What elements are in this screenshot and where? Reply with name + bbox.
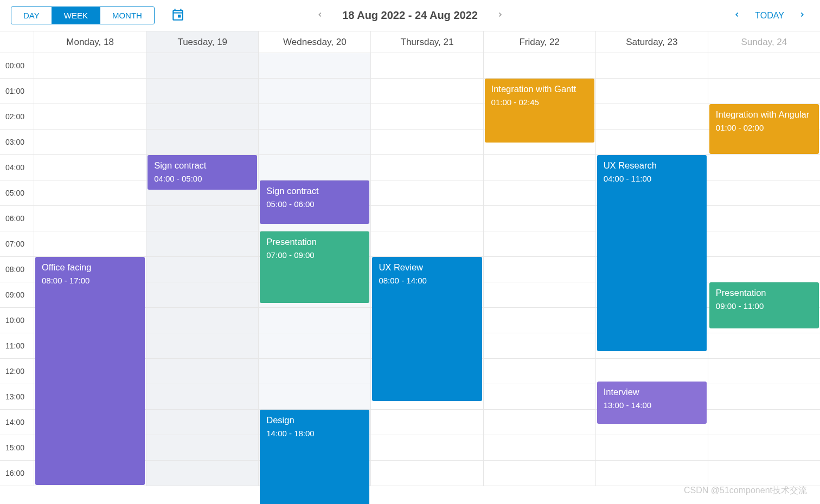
hour-cell[interactable] bbox=[596, 53, 708, 79]
hour-cell[interactable] bbox=[146, 410, 258, 435]
event[interactable]: UX Research04:00 - 11:00 bbox=[597, 155, 707, 351]
day-header[interactable]: Monday, 18 bbox=[34, 31, 146, 53]
day-header[interactable]: Thursday, 21 bbox=[370, 31, 483, 53]
hour-cell[interactable] bbox=[596, 435, 708, 461]
event[interactable]: Sign contract04:00 - 05:00 bbox=[148, 155, 257, 190]
hour-cell[interactable] bbox=[146, 257, 258, 282]
hour-cell[interactable] bbox=[484, 53, 595, 79]
hour-cell[interactable] bbox=[371, 155, 483, 180]
hour-cell[interactable] bbox=[484, 231, 595, 257]
hour-cell[interactable] bbox=[259, 384, 370, 410]
hour-cell[interactable] bbox=[146, 282, 258, 308]
next-range-button[interactable] bbox=[493, 8, 507, 24]
day-column[interactable]: Office facing08:00 - 17:00 bbox=[34, 53, 146, 486]
hour-cell[interactable] bbox=[34, 231, 146, 257]
hour-cell[interactable] bbox=[484, 282, 595, 308]
hour-cell[interactable] bbox=[484, 384, 595, 410]
hour-cell[interactable] bbox=[371, 206, 483, 231]
day-header[interactable]: Saturday, 23 bbox=[595, 31, 708, 53]
day-column[interactable]: UX Research04:00 - 11:00Interview13:00 -… bbox=[595, 53, 708, 486]
tab-day[interactable]: DAY bbox=[11, 7, 52, 24]
prev-week-button[interactable] bbox=[730, 8, 744, 24]
event[interactable]: Integration with Gantt01:00 - 02:45 bbox=[485, 79, 594, 143]
hour-cell[interactable] bbox=[708, 155, 820, 180]
event[interactable]: Integration with Angular01:00 - 02:00 bbox=[709, 104, 819, 154]
hour-cell[interactable] bbox=[708, 257, 820, 282]
hour-cell[interactable] bbox=[596, 130, 708, 155]
hour-cell[interactable] bbox=[371, 104, 483, 130]
hour-cell[interactable] bbox=[484, 435, 595, 461]
hour-cell[interactable] bbox=[596, 79, 708, 104]
hour-cell[interactable] bbox=[259, 79, 370, 104]
hour-cell[interactable] bbox=[146, 461, 258, 486]
hour-cell[interactable] bbox=[484, 180, 595, 206]
tab-month[interactable]: MONTH bbox=[100, 7, 154, 24]
hour-cell[interactable] bbox=[259, 333, 370, 359]
day-column[interactable]: Sign contract05:00 - 06:00Presentation07… bbox=[258, 53, 370, 486]
hour-cell[interactable] bbox=[146, 53, 258, 79]
hour-cell[interactable] bbox=[259, 308, 370, 333]
hour-cell[interactable] bbox=[371, 410, 483, 435]
event[interactable]: Design14:00 - 18:00 bbox=[260, 410, 369, 504]
hour-cell[interactable] bbox=[371, 435, 483, 461]
day-column[interactable]: Integration with Gantt01:00 - 02:45 bbox=[483, 53, 595, 486]
hour-cell[interactable] bbox=[34, 206, 146, 231]
hour-cell[interactable] bbox=[484, 206, 595, 231]
hour-cell[interactable] bbox=[484, 333, 595, 359]
day-header[interactable]: Sunday, 24 bbox=[708, 31, 820, 53]
day-column[interactable]: UX Review08:00 - 14:00 bbox=[370, 53, 483, 486]
day-column[interactable]: Sign contract04:00 - 05:00 bbox=[146, 53, 258, 486]
hour-cell[interactable] bbox=[708, 435, 820, 461]
hour-cell[interactable] bbox=[596, 104, 708, 130]
event[interactable]: Presentation09:00 - 11:00 bbox=[709, 282, 819, 328]
day-header[interactable]: Friday, 22 bbox=[483, 31, 595, 53]
hour-cell[interactable] bbox=[596, 461, 708, 486]
hour-cell[interactable] bbox=[708, 333, 820, 359]
calendar-icon[interactable] bbox=[171, 8, 185, 24]
hour-cell[interactable] bbox=[146, 333, 258, 359]
hour-cell[interactable] bbox=[259, 104, 370, 130]
hour-cell[interactable] bbox=[371, 79, 483, 104]
event[interactable]: Office facing08:00 - 17:00 bbox=[35, 257, 145, 485]
hour-cell[interactable] bbox=[34, 180, 146, 206]
hour-cell[interactable] bbox=[371, 231, 483, 257]
hour-cell[interactable] bbox=[34, 155, 146, 180]
hour-cell[interactable] bbox=[34, 104, 146, 130]
hour-cell[interactable] bbox=[259, 155, 370, 180]
next-week-button[interactable] bbox=[795, 8, 809, 24]
hour-cell[interactable] bbox=[484, 155, 595, 180]
prev-range-button[interactable] bbox=[313, 8, 327, 24]
hour-cell[interactable] bbox=[708, 461, 820, 486]
hour-cell[interactable] bbox=[146, 384, 258, 410]
day-header[interactable]: Wednesday, 20 bbox=[258, 31, 370, 53]
hour-cell[interactable] bbox=[34, 53, 146, 79]
hour-cell[interactable] bbox=[708, 206, 820, 231]
hour-cell[interactable] bbox=[371, 53, 483, 79]
hour-cell[interactable] bbox=[146, 308, 258, 333]
hour-cell[interactable] bbox=[371, 130, 483, 155]
day-header[interactable]: Tuesday, 19 bbox=[146, 31, 258, 53]
hour-cell[interactable] bbox=[146, 130, 258, 155]
hour-cell[interactable] bbox=[371, 461, 483, 486]
event[interactable]: Sign contract05:00 - 06:00 bbox=[260, 180, 369, 224]
hour-cell[interactable] bbox=[708, 180, 820, 206]
calendar-grid[interactable]: 00:0001:0002:0003:0004:0005:0006:0007:00… bbox=[0, 53, 820, 486]
hour-cell[interactable] bbox=[146, 206, 258, 231]
today-button[interactable]: TODAY bbox=[755, 11, 784, 21]
hour-cell[interactable] bbox=[371, 180, 483, 206]
hour-cell[interactable] bbox=[146, 231, 258, 257]
hour-cell[interactable] bbox=[596, 359, 708, 384]
tab-week[interactable]: WEEK bbox=[52, 7, 100, 24]
hour-cell[interactable] bbox=[146, 79, 258, 104]
hour-cell[interactable] bbox=[484, 410, 595, 435]
hour-cell[interactable] bbox=[146, 104, 258, 130]
hour-cell[interactable] bbox=[259, 359, 370, 384]
day-column[interactable]: Integration with Angular01:00 - 02:00Pre… bbox=[708, 53, 820, 486]
hour-cell[interactable] bbox=[259, 130, 370, 155]
hour-cell[interactable] bbox=[484, 257, 595, 282]
hour-cell[interactable] bbox=[259, 53, 370, 79]
event[interactable]: Presentation07:00 - 09:00 bbox=[260, 231, 369, 303]
hour-cell[interactable] bbox=[34, 130, 146, 155]
hour-cell[interactable] bbox=[708, 231, 820, 257]
hour-cell[interactable] bbox=[484, 359, 595, 384]
